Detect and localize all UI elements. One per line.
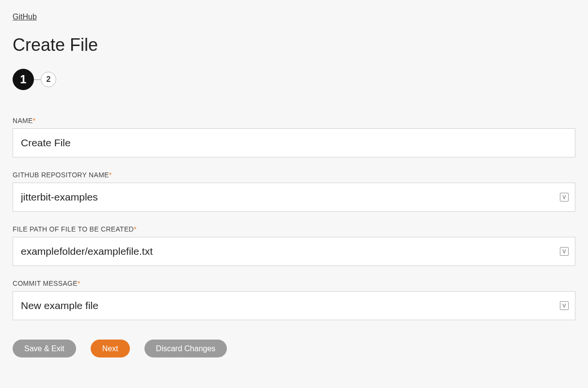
commit-input[interactable] [13, 291, 575, 320]
commit-label: COMMIT MESSAGE* [13, 279, 575, 287]
breadcrumb-github[interactable]: GitHub [13, 13, 37, 21]
step-1[interactable]: 1 [13, 69, 34, 90]
name-input[interactable] [13, 128, 575, 157]
step-connector [34, 79, 41, 80]
next-button[interactable]: Next [91, 340, 130, 357]
required-asterisk: * [109, 171, 112, 179]
required-asterisk: * [78, 279, 80, 287]
name-label: NAME* [13, 117, 575, 124]
required-asterisk: * [134, 225, 137, 233]
filepath-label: FILE PATH OF FILE TO BE CREATED* [13, 225, 575, 233]
repo-label: GITHUB REPOSITORY NAME* [13, 171, 575, 179]
discard-button[interactable]: Discard Changes [144, 340, 227, 357]
variable-icon[interactable]: V [560, 301, 569, 310]
filepath-input[interactable] [13, 237, 575, 266]
variable-icon[interactable]: V [560, 193, 569, 202]
required-asterisk: * [33, 117, 36, 124]
step-2[interactable]: 2 [41, 72, 56, 87]
variable-icon[interactable]: V [560, 247, 569, 256]
repo-input[interactable] [13, 183, 575, 212]
save-exit-button[interactable]: Save & Exit [13, 340, 76, 357]
stepper: 1 2 [13, 69, 575, 90]
page-title: Create File [13, 35, 575, 55]
